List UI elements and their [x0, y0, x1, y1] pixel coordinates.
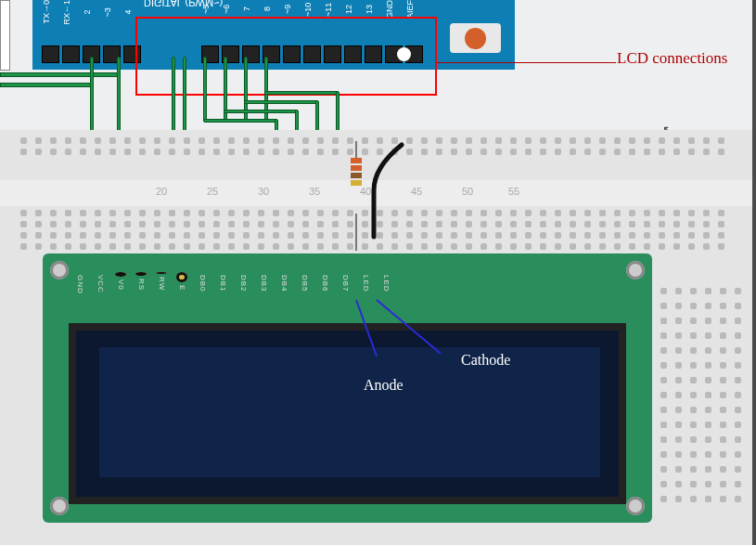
lcd-pad-label: DB3 — [260, 275, 268, 292]
breadboard-hole — [50, 210, 57, 216]
breadboard-hole — [659, 149, 665, 155]
breadboard-hole — [35, 210, 42, 216]
resistor-band — [351, 173, 362, 178]
breadboard-hole — [421, 210, 428, 216]
breadboard-row — [660, 436, 741, 443]
lcd-active-area — [99, 347, 600, 477]
screw-icon — [50, 497, 69, 515]
breadboard-hole — [406, 243, 413, 250]
breadboard-hole — [451, 232, 457, 239]
breadboard-hole — [688, 149, 695, 155]
breadboard-hole — [584, 137, 591, 144]
breadboard-hole — [258, 221, 264, 227]
pin-socket — [62, 45, 80, 63]
ruler-35: 35 — [309, 186, 320, 197]
breadboard-hole — [109, 210, 116, 216]
breadboard-hole — [525, 149, 532, 155]
breadboard-hole — [184, 210, 190, 216]
breadboard-hole — [570, 137, 576, 144]
pin-label: TX→0 — [42, 0, 62, 25]
breadboard-hole — [20, 221, 27, 227]
breadboard-hole — [644, 210, 650, 216]
jumper-wire-black — [369, 139, 411, 241]
breadboard-hole — [154, 221, 160, 227]
breadboard-hole — [377, 243, 383, 250]
breadboard-hole — [169, 232, 175, 239]
breadboard-hole — [584, 221, 591, 227]
breadboard-hole — [154, 232, 160, 239]
wire — [0, 83, 93, 87]
breadboard-hole — [124, 137, 131, 144]
breadboard-hole — [495, 232, 502, 239]
breadboard-hole — [199, 210, 205, 216]
breadboard-hole — [451, 243, 457, 250]
breadboard-hole — [451, 210, 457, 216]
lcd-pad-db2: DB2 — [234, 272, 252, 291]
breadboard-hole — [95, 232, 101, 239]
breadboard-hole — [629, 243, 635, 250]
pin-label: ~6 — [222, 0, 242, 19]
breadboard-hole — [184, 149, 190, 155]
wire — [203, 119, 277, 123]
breadboard-hole — [703, 243, 710, 250]
breadboard-hole — [124, 232, 131, 239]
breadboard-hole — [20, 210, 27, 216]
breadboard-hole — [466, 232, 472, 239]
breadboard-hole — [614, 149, 621, 155]
breadboard-hole — [228, 243, 235, 250]
lcd-connections-leader-line — [437, 62, 616, 63]
breadboard-hole — [495, 210, 502, 216]
breadboard-hole — [673, 210, 680, 216]
breadboard-row — [660, 288, 741, 294]
reset-button — [450, 23, 501, 53]
breadboard-hole — [436, 221, 442, 227]
breadboard-hole — [139, 243, 146, 250]
lcd-pad-gnd: GND — [70, 272, 89, 291]
lcd-pad-db4: DB4 — [275, 272, 293, 291]
breadboard-hole — [540, 232, 546, 239]
breadboard-hole — [525, 210, 532, 216]
breadboard-hole — [317, 221, 324, 227]
reset-cap-icon — [465, 28, 486, 49]
ruler-50: 50 — [462, 186, 473, 197]
breadboard-hole — [302, 243, 309, 250]
arduino-pin-labels-2: ~5 ~6 7 8 ~9 ~10 ~11 12 13 GND AIEF — [201, 0, 426, 19]
breadboard-hole — [540, 149, 546, 155]
breadboard-hole — [599, 210, 606, 216]
breadboard-hole — [466, 210, 472, 216]
pin-socket — [42, 45, 59, 63]
breadboard-hole — [302, 221, 309, 227]
breadboard-hole — [481, 210, 487, 216]
breadboard-hole — [124, 221, 131, 227]
breadboard-hole — [50, 149, 57, 155]
breadboard-hole — [258, 243, 264, 250]
breadboard-hole — [213, 232, 220, 239]
breadboard-hole — [570, 210, 576, 216]
breadboard-hole — [540, 137, 546, 144]
breadboard-hole — [673, 149, 680, 155]
breadboard-hole — [35, 243, 42, 250]
cathode-label: Cathode — [461, 352, 510, 369]
breadboard-hole — [421, 232, 428, 239]
breadboard-hole — [109, 149, 116, 155]
lcd-connections-highlight-box — [135, 17, 437, 96]
breadboard-hole — [629, 232, 635, 239]
breadboard-hole — [391, 243, 398, 250]
breadboard-hole — [525, 232, 532, 239]
breadboard-hole — [302, 210, 309, 216]
breadboard-hole — [80, 149, 86, 155]
breadboard-hole — [584, 210, 591, 216]
wire — [117, 57, 121, 140]
lcd-pad-label: RW — [158, 277, 166, 291]
breadboard-hole — [80, 137, 86, 144]
lcd-pin-row: GNDVCCV0RSRWEDB0DB1DB2DB3DB4DB5DB6DB7LED… — [70, 272, 395, 291]
breadboard-hole — [362, 149, 368, 155]
breadboard-hole — [481, 149, 487, 155]
breadboard-hole — [317, 232, 324, 239]
breadboard-hole — [629, 210, 635, 216]
breadboard-hole — [258, 232, 264, 239]
breadboard-hole — [436, 137, 442, 144]
breadboard-hole — [451, 149, 457, 155]
page-border — [752, 0, 756, 545]
breadboard-hole — [659, 210, 665, 216]
